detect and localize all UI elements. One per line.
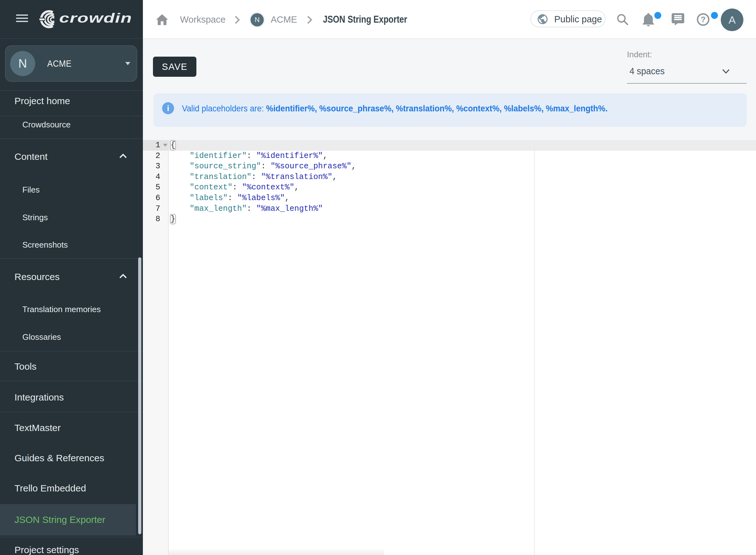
svg-text:?: ? bbox=[701, 15, 706, 24]
